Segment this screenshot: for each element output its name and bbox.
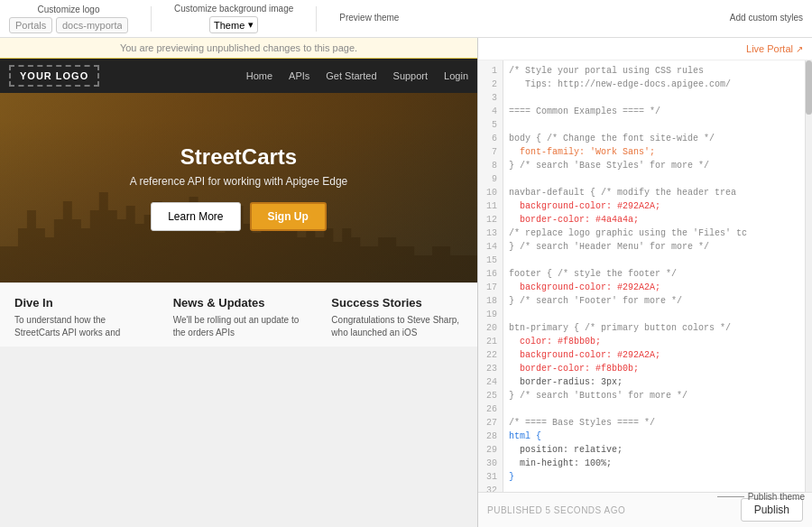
code-line-30: min-height: 100%; bbox=[509, 457, 799, 470]
code-line-25: } /* search 'Buttons' for more */ bbox=[509, 389, 799, 402]
nav-link-apis[interactable]: APIs bbox=[289, 70, 309, 81]
nav-link-support[interactable]: Support bbox=[393, 70, 429, 81]
custom-styles-section: Add custom styles bbox=[730, 13, 803, 25]
footer-title-3: Success Stories bbox=[331, 296, 463, 310]
main-content: You are previewing unpublished changes t… bbox=[0, 38, 812, 527]
hero-subtitle: A reference API for working with Apigee … bbox=[130, 175, 347, 188]
code-line-10: navbar-default { /* modify the header tr… bbox=[509, 186, 799, 199]
live-portal-text: Live Portal bbox=[746, 43, 793, 54]
scrollbar-thumb bbox=[806, 60, 812, 115]
footer-text-2: We'll be rolling out an update to the or… bbox=[173, 314, 305, 339]
nav-link-login[interactable]: Login bbox=[444, 70, 468, 81]
code-line-32 bbox=[509, 484, 799, 492]
footer-col-2: News & Updates We'll be rolling out an u… bbox=[173, 296, 305, 339]
live-portal-link[interactable]: Live Portal ↗ bbox=[746, 43, 803, 54]
portal-logo: YOUR LOGO bbox=[9, 65, 99, 87]
code-line-6: body { /* Change the font site-wide */ bbox=[509, 132, 799, 145]
code-line-9 bbox=[509, 172, 799, 186]
preview-label: Preview theme bbox=[339, 13, 399, 23]
hero-buttons: Learn More Sign Up bbox=[151, 202, 327, 231]
portal-hero: StreetCarts A reference API for working … bbox=[0, 93, 477, 282]
code-line-29: position: relative; bbox=[509, 443, 799, 457]
nav-link-home[interactable]: Home bbox=[246, 70, 272, 81]
annotation-line bbox=[717, 496, 744, 497]
footer-text-3: Congratulations to Steve Sharp, who laun… bbox=[331, 314, 463, 339]
code-scrollbar[interactable] bbox=[805, 60, 812, 492]
code-line-21: color: #f8bb0b; bbox=[509, 335, 799, 348]
nav-link-get-started[interactable]: Get Started bbox=[326, 70, 376, 81]
code-line-8: } /* search 'Base Styles' for more */ bbox=[509, 159, 799, 172]
logo-label: Customize logo bbox=[38, 5, 100, 14]
code-line-26 bbox=[509, 402, 799, 416]
code-line-14: } /* search 'Header Menu' for more */ bbox=[509, 240, 799, 254]
code-panel-header: Live Portal ↗ bbox=[478, 38, 812, 60]
portal-nav: YOUR LOGO Home APIs Get Started Support … bbox=[0, 59, 477, 93]
publish-theme-annotation: Publish theme bbox=[717, 492, 805, 502]
code-line-1: /* Style your portal using CSS rules bbox=[509, 64, 799, 78]
code-line-31: } bbox=[509, 470, 799, 484]
code-line-27: /* ==== Base Styles ==== */ bbox=[509, 416, 799, 430]
code-line-20: btn-primary { /* primary button colors *… bbox=[509, 321, 799, 335]
code-line-11: background-color: #292A2A; bbox=[509, 199, 799, 213]
bg-label: Customize background image bbox=[174, 4, 293, 14]
portals-input[interactable] bbox=[9, 17, 52, 33]
footer-text-1: To understand how the StreetCarts API wo… bbox=[14, 314, 146, 339]
customize-bg-section: Customize background image Theme ▾ bbox=[174, 4, 293, 33]
learn-more-button[interactable]: Learn More bbox=[151, 202, 240, 231]
code-line-4: ==== Common Examples ==== */ bbox=[509, 105, 799, 118]
code-content[interactable]: /* Style your portal using CSS rules Tip… bbox=[503, 60, 805, 492]
code-line-24: border-radius: 3px; bbox=[509, 375, 799, 389]
custom-styles-label: Add custom styles bbox=[730, 13, 803, 23]
code-line-2: Tips: http://new-edge-docs.apigee.com/ bbox=[509, 78, 799, 91]
notice-text: You are previewing unpublished changes t… bbox=[120, 42, 357, 53]
code-panel: Live Portal ↗ 12345 678910 1112131415 16… bbox=[478, 38, 812, 527]
code-line-28: html { bbox=[509, 430, 799, 443]
code-line-5 bbox=[509, 118, 799, 132]
code-line-23: border-color: #f8bb0b; bbox=[509, 362, 799, 375]
preview-theme-section: Preview theme bbox=[339, 13, 399, 25]
code-line-17: background-color: #292A2A; bbox=[509, 281, 799, 294]
separator-2 bbox=[316, 6, 317, 32]
code-line-13: /* replace logo graphic using the 'Files… bbox=[509, 227, 799, 240]
preview-panel: You are previewing unpublished changes t… bbox=[0, 38, 478, 527]
separator-1 bbox=[151, 6, 152, 32]
customize-logo-section: Customize logo bbox=[9, 5, 128, 33]
published-time: PUBLISHED 5 SECONDS AGO bbox=[487, 505, 625, 515]
code-line-16: footer { /* style the footer */ bbox=[509, 267, 799, 281]
code-editor[interactable]: 12345 678910 1112131415 1617181920 21222… bbox=[478, 60, 812, 492]
chevron-down-icon: ▾ bbox=[248, 19, 254, 31]
hero-title: StreetCarts bbox=[180, 144, 297, 170]
external-link-icon: ↗ bbox=[796, 44, 803, 54]
logo-input[interactable] bbox=[56, 17, 128, 33]
publish-theme-label: Publish theme bbox=[748, 492, 805, 502]
code-line-22: background-color: #292A2A; bbox=[509, 348, 799, 362]
code-line-19 bbox=[509, 308, 799, 321]
preview-notice: You are previewing unpublished changes t… bbox=[0, 38, 477, 59]
code-line-12: border-color: #4a4a4a; bbox=[509, 213, 799, 227]
theme-select[interactable]: Theme ▾ bbox=[209, 16, 258, 33]
footer-col-1: Dive In To understand how the StreetCart… bbox=[14, 296, 146, 339]
portal-footer: Dive In To understand how the StreetCart… bbox=[0, 282, 477, 347]
code-line-18: } /* search 'Footer' for more */ bbox=[509, 294, 799, 308]
footer-title-2: News & Updates bbox=[173, 296, 305, 310]
toolbar: Customize logo Customize background imag… bbox=[0, 0, 812, 38]
code-line-15 bbox=[509, 254, 799, 267]
code-line-3 bbox=[509, 91, 799, 105]
nav-links: Home APIs Get Started Support Login bbox=[246, 70, 468, 81]
line-numbers: 12345 678910 1112131415 1617181920 21222… bbox=[478, 60, 503, 492]
sign-up-button[interactable]: Sign Up bbox=[250, 202, 327, 231]
code-line-7: font-family: 'Work Sans'; bbox=[509, 145, 799, 159]
footer-col-3: Success Stories Congratulations to Steve… bbox=[331, 296, 463, 339]
theme-value: Theme bbox=[214, 20, 245, 31]
footer-title-1: Dive In bbox=[14, 296, 146, 310]
